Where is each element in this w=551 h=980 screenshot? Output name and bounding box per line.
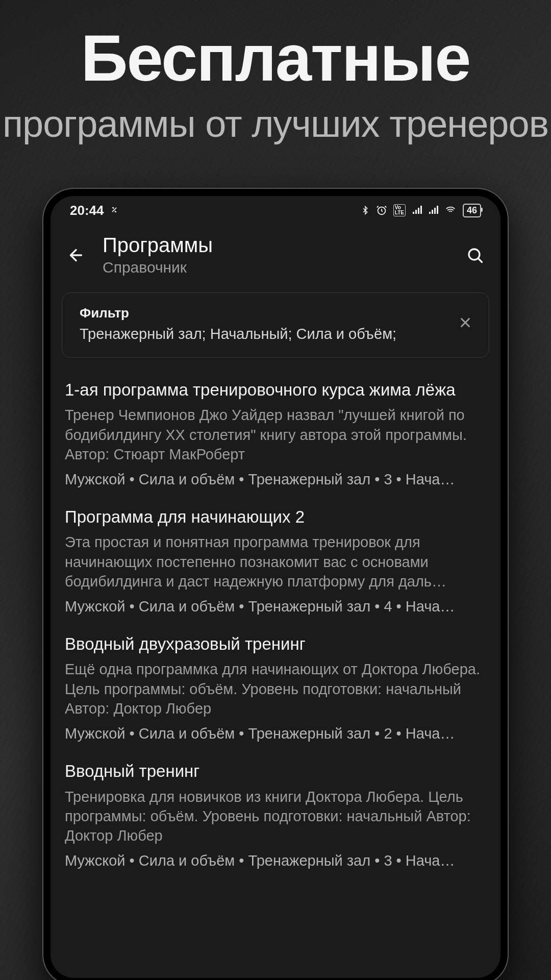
search-icon <box>466 246 484 264</box>
battery-indicator: 46 <box>463 204 481 217</box>
arrow-left-icon <box>67 246 85 264</box>
program-list[interactable]: 1-ая программа тренировочного курса жима… <box>51 362 500 978</box>
status-time: 20:44 <box>70 203 104 218</box>
item-tags: Мужской • Сила и объём • Тренажерный зал… <box>65 852 486 869</box>
list-item[interactable]: Вводный двухразовый тренинг Ещё одна про… <box>51 618 500 745</box>
page-subtitle: Справочник <box>103 259 448 276</box>
signal-2-icon <box>428 206 438 215</box>
list-item[interactable]: Программа для начинающих 2 Эта простая и… <box>51 491 500 618</box>
search-button[interactable] <box>463 243 487 267</box>
volte-icon: VoLTE <box>393 204 406 216</box>
item-title: Программа для начинающих 2 <box>65 506 486 527</box>
phone-frame: 20:44 VoLTE <box>43 189 508 980</box>
page-title: Программы <box>103 234 448 257</box>
item-description: Тренировка для новичков из книги Доктора… <box>65 787 486 846</box>
alarm-icon <box>376 205 387 216</box>
app-screen: 20:44 VoLTE <box>51 196 500 978</box>
wifi-icon <box>444 205 457 215</box>
filter-value: Тренажерный зал; Начальный; Сила и объём… <box>80 324 447 344</box>
list-item[interactable]: 1-ая программа тренировочного курса жима… <box>51 364 500 491</box>
app-bar: Программы Справочник <box>51 225 500 281</box>
clear-filter-button[interactable] <box>455 312 475 333</box>
filter-card[interactable]: Фильтр Тренажерный зал; Начальный; Сила … <box>62 292 489 358</box>
list-item[interactable]: Вводный тренинг Тренировка для новичков … <box>51 745 500 872</box>
promo-headline: Бесплатные <box>0 20 551 95</box>
item-title: Вводный тренинг <box>65 761 486 781</box>
item-description: Ещё одна программка для начинающих от До… <box>65 659 486 718</box>
bluetooth-icon <box>361 204 370 216</box>
back-button[interactable] <box>64 243 88 267</box>
item-title: 1-ая программа тренировочного курса жима… <box>65 379 486 400</box>
item-tags: Мужской • Сила и объём • Тренажерный зал… <box>65 725 486 742</box>
item-description: Эта простая и понятная программа трениро… <box>65 532 486 591</box>
status-bar: 20:44 VoLTE <box>51 196 500 225</box>
item-description: Тренер Чемпионов Джо Уайдер назвал "лучш… <box>65 405 486 464</box>
close-icon <box>458 315 473 330</box>
filter-label: Фильтр <box>80 305 447 321</box>
sync-icon <box>109 203 119 218</box>
item-title: Вводный двухразовый тренинг <box>65 633 486 654</box>
item-tags: Мужской • Сила и объём • Тренажерный зал… <box>65 598 486 615</box>
item-tags: Мужской • Сила и объём • Тренажерный зал… <box>65 471 486 488</box>
promo-subline: программы от лучших тренеров <box>0 101 551 148</box>
signal-1-icon <box>412 206 422 215</box>
